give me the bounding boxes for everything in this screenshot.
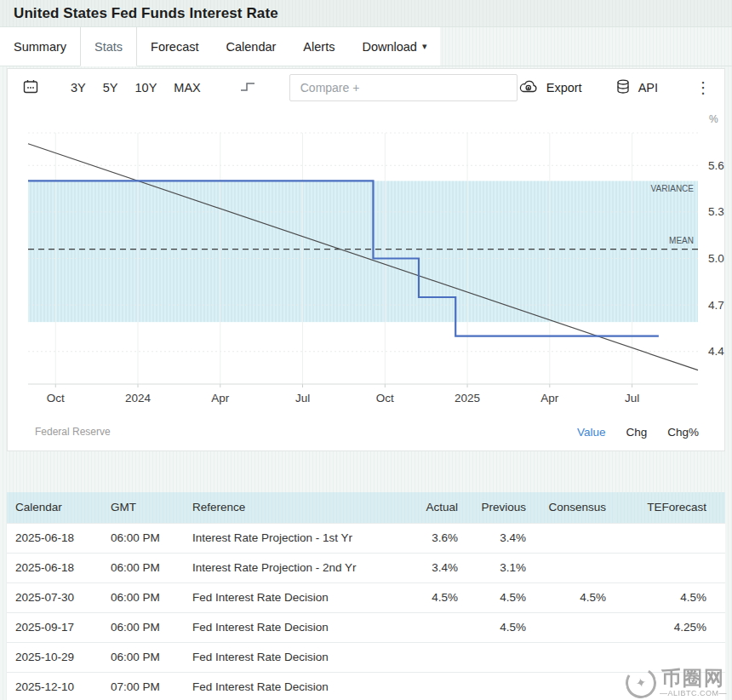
svg-text:Oct: Oct: [376, 392, 394, 405]
table-row[interactable]: 2025-06-1806:00 PMInterest Rate Projecti…: [7, 523, 725, 553]
rate-chart: Oct2024AprJulOct2025AprJulVARIANCEMEAN%4…: [8, 106, 724, 410]
table-cell: [409, 612, 466, 642]
range-buttons: 3Y 5Y 10Y MAX: [71, 81, 201, 95]
table-cell: 2025-12-10: [7, 672, 102, 700]
chart-type-button[interactable]: [237, 77, 259, 99]
more-options-button[interactable]: ⋮: [690, 78, 716, 97]
table-cell: 3.4%: [466, 523, 535, 553]
svg-text:2024: 2024: [125, 392, 152, 405]
chart-toolbar: 3Y 5Y 10Y MAX: [8, 69, 724, 106]
table-cell: 07:00 PM: [102, 672, 184, 700]
svg-text:Jul: Jul: [295, 392, 310, 405]
table-cell: [535, 672, 615, 700]
tab-stats[interactable]: Stats: [80, 27, 137, 66]
svg-text:2025: 2025: [455, 392, 480, 405]
table-cell: 4.5%: [615, 582, 725, 612]
column-header: TEForecast: [615, 492, 725, 523]
watermark-logo-icon: ✦: [623, 665, 660, 700]
table-cell: Interest Rate Projection - 2nd Yr: [184, 553, 409, 582]
table-cell: [466, 642, 535, 672]
svg-text:Apr: Apr: [540, 392, 559, 405]
svg-text:VARIANCE: VARIANCE: [651, 184, 695, 193]
svg-text:%: %: [709, 113, 718, 125]
table-row[interactable]: 2025-10-2906:00 PMFed Interest Rate Deci…: [7, 642, 725, 672]
table-cell: 2025-06-18: [7, 523, 102, 553]
toggle-value[interactable]: Value: [577, 426, 606, 439]
svg-text:5.0: 5.0: [708, 252, 724, 265]
toggle-chg-pct[interactable]: Chg%: [667, 426, 699, 439]
table-cell: 06:00 PM: [102, 553, 184, 582]
table-cell: 06:00 PM: [102, 523, 184, 553]
table-cell: 2025-06-18: [7, 553, 102, 582]
value-mode-toggles: Value Chg Chg%: [577, 426, 699, 439]
kebab-menu-icon: ⋮: [692, 80, 714, 95]
table-cell: [535, 642, 615, 672]
tabs-group: Summary Stats Forecast Calendar Alerts D…: [0, 27, 440, 66]
star-icon: ✦: [634, 674, 648, 691]
table-cell: [409, 672, 466, 700]
table-cell: Fed Interest Rate Decision: [184, 672, 409, 700]
table-cell: 06:00 PM: [102, 642, 184, 672]
table-cell: 06:00 PM: [102, 582, 184, 612]
chart-area[interactable]: Oct2024AprJulOct2025AprJulVARIANCEMEAN%4…: [8, 106, 724, 413]
svg-text:4.4: 4.4: [708, 345, 724, 358]
chevron-down-icon: ▾: [422, 41, 427, 52]
table-cell: [535, 612, 615, 642]
range-10y-button[interactable]: 10Y: [135, 81, 157, 95]
table-cell: Fed Interest Rate Decision: [184, 642, 409, 672]
compare-input[interactable]: [289, 74, 518, 101]
page-title: United States Fed Funds Interest Rate: [14, 5, 278, 22]
tab-download[interactable]: Download ▾: [348, 27, 440, 66]
calendar-range-button[interactable]: [20, 76, 42, 100]
table-cell: Interest Rate Projection - 1st Yr: [184, 523, 409, 553]
table-cell: 4.25%: [615, 612, 725, 642]
table-row[interactable]: 2025-06-1806:00 PMInterest Rate Projecti…: [7, 553, 725, 582]
tab-forecast[interactable]: Forecast: [137, 27, 212, 66]
tab-summary[interactable]: Summary: [0, 27, 80, 66]
svg-text:Apr: Apr: [211, 392, 230, 405]
table-cell: Fed Interest Rate Decision: [184, 582, 409, 612]
toolbar-right: Export API ⋮: [518, 78, 721, 98]
column-header: Consensus: [535, 492, 615, 523]
table-cell: Fed Interest Rate Decision: [184, 612, 409, 642]
table-cell: 3.6%: [409, 523, 466, 553]
table-cell: 2025-07-30: [7, 582, 102, 612]
export-button[interactable]: Export: [518, 78, 582, 98]
range-max-button[interactable]: MAX: [174, 81, 200, 95]
tab-calendar[interactable]: Calendar: [213, 27, 290, 66]
table-cell: [535, 553, 615, 582]
calendar-table: CalendarGMTReferenceActualPreviousConsen…: [7, 492, 725, 700]
svg-text:5.3: 5.3: [708, 205, 724, 218]
table-row[interactable]: 2025-12-1007:00 PMFed Interest Rate Deci…: [7, 672, 725, 700]
table-cell: 4.5%: [466, 612, 535, 642]
table-row[interactable]: 2025-09-1706:00 PMFed Interest Rate Deci…: [7, 612, 725, 642]
calendar-icon: [21, 77, 40, 99]
step-line-icon: [238, 79, 257, 97]
range-3y-button[interactable]: 3Y: [71, 81, 86, 95]
column-header: GMT: [102, 492, 184, 523]
table-cell: [615, 553, 725, 582]
api-button[interactable]: API: [615, 78, 658, 98]
watermark: ✦ 币圈网 —ALIBTC.COM—: [626, 668, 727, 698]
table-cell: [615, 523, 725, 553]
table-cell: 4.5%: [535, 582, 615, 612]
table-cell: 06:00 PM: [102, 612, 184, 642]
table-cell: 2025-10-29: [7, 642, 102, 672]
table-body: 2025-06-1806:00 PMInterest Rate Projecti…: [7, 523, 725, 700]
svg-text:5.6: 5.6: [708, 159, 724, 172]
range-5y-button[interactable]: 5Y: [103, 81, 118, 95]
tab-alerts[interactable]: Alerts: [289, 27, 348, 66]
table-cell: 4.5%: [409, 582, 466, 612]
svg-text:Jul: Jul: [625, 392, 639, 405]
table-cell: 4.5%: [466, 582, 535, 612]
watermark-logo-text: 币圈网: [661, 668, 725, 688]
table-cell: [466, 672, 535, 700]
table-cell: 3.4%: [409, 553, 466, 582]
table-row[interactable]: 2025-07-3006:00 PMFed Interest Rate Deci…: [7, 582, 725, 612]
tabbar: Summary Stats Forecast Calendar Alerts D…: [0, 27, 732, 66]
compare-wrap: [289, 74, 518, 101]
source-label: Federal Reserve: [35, 426, 111, 438]
toggle-chg[interactable]: Chg: [626, 426, 647, 439]
table-cell: 2025-09-17: [7, 612, 102, 642]
table-cell: 3.1%: [466, 553, 535, 582]
